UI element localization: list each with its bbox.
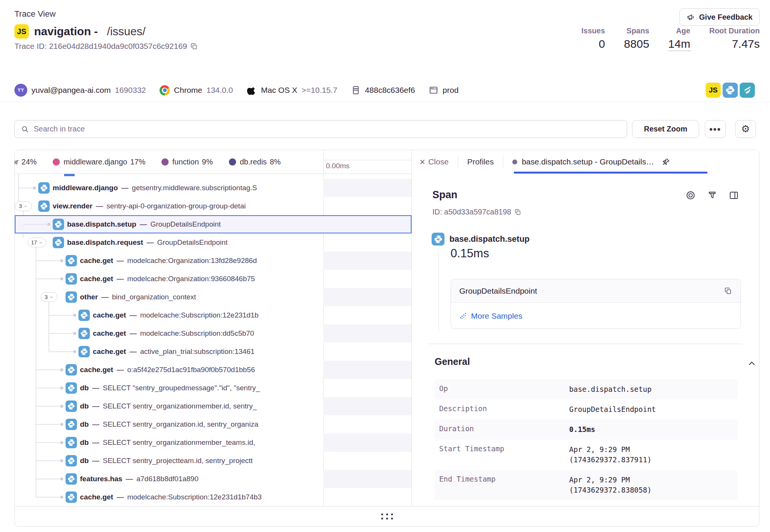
span-waterfall-cell[interactable] <box>323 179 412 197</box>
span-waterfall-cell[interactable] <box>323 215 412 233</box>
span-row-text: features.has—a7d618b8df01a890 <box>80 470 199 488</box>
collapse-section-icon[interactable] <box>747 358 757 368</box>
span-row[interactable]: middleware.django—getsentry.middleware.s… <box>15 179 412 197</box>
give-feedback-button[interactable]: Give Feedback <box>679 8 760 26</box>
endpoint-samples-box: GroupDetailsEndpoint More Samples <box>451 279 741 329</box>
span-description: sentry-api-0-organization-group-group-de… <box>106 202 246 210</box>
legend-dot <box>53 158 60 166</box>
tree-connector <box>36 442 63 443</box>
span-waterfall-cell[interactable] <box>323 197 412 215</box>
span-row[interactable]: db—SELECT sentry_organizationmember_team… <box>15 433 412 452</box>
more-samples-link[interactable]: More Samples <box>459 311 522 321</box>
endpoint-title: GroupDetailsEndpoint <box>459 286 537 296</box>
span-waterfall-cell[interactable] <box>323 343 412 361</box>
span-waterfall-cell[interactable] <box>323 415 412 433</box>
span-row[interactable]: cache.get—modelcache:Organization:936608… <box>15 270 412 288</box>
copy-icon[interactable] <box>190 42 198 50</box>
span-waterfall-cell[interactable] <box>323 233 412 252</box>
pin-tab-icon[interactable] <box>661 157 670 167</box>
span-waterfall-cell[interactable] <box>323 470 412 488</box>
span-id-text: ID: a50d33a597ca8198 <box>432 208 511 216</box>
span-row[interactable]: cache.get—modelcache:Organization:13fd28… <box>15 252 412 270</box>
reset-zoom-button[interactable]: Reset Zoom <box>632 120 699 138</box>
legend-label: or <box>15 158 19 166</box>
trace-stat: Root Duration 7.47s <box>709 27 760 51</box>
span-row[interactable]: db—SELECT sentry_organizationmember.id, … <box>15 397 412 415</box>
span-waterfall-cell[interactable] <box>323 288 412 306</box>
tree-connector-dot <box>73 332 76 335</box>
span-row[interactable]: cache.get—o:a5f42e275d1ac91fba90f0b570d1… <box>15 361 412 379</box>
span-row-tree: cache.get—modelcache:Subscription:12e231… <box>15 306 323 324</box>
span-row[interactable]: db—SELECT sentry_organization.id, sentry… <box>15 415 412 433</box>
span-detail-panel: × Close Profiles base.dispatch.setup - G… <box>412 150 759 507</box>
span-row[interactable]: cache.get—modelcache:Subscription:12e231… <box>15 488 412 506</box>
span-row[interactable]: 3 view.render—sentry-api-0-organization-… <box>15 197 412 215</box>
legend-item[interactable]: or 24% <box>15 158 37 166</box>
chevron-up-icon <box>23 204 28 208</box>
span-row[interactable]: db—SELECT "sentry_groupedmessage"."id", … <box>15 379 412 397</box>
span-row[interactable]: base.dispatch.setup—GroupDetailsEndpoint <box>15 215 412 233</box>
trace-search[interactable] <box>14 120 627 138</box>
tab-active-span[interactable]: base.dispatch.setup - GroupDetails… <box>512 157 654 166</box>
legend-item[interactable]: middleware.django 17% <box>53 158 146 166</box>
environment-chip: prod <box>429 85 459 95</box>
span-waterfall-cell[interactable] <box>323 433 412 452</box>
copy-icon[interactable] <box>514 208 521 216</box>
span-row-text: middleware.django—getsentry.middleware.s… <box>53 179 257 197</box>
span-waterfall-cell[interactable] <box>323 361 412 379</box>
span-waterfall-cell[interactable] <box>323 452 412 470</box>
span-waterfall-cell[interactable] <box>323 324 412 343</box>
close-button[interactable]: Close <box>428 157 449 166</box>
span-separator: — <box>121 184 128 192</box>
span-row-text: cache.get—modelcache:Subscription:12e231… <box>93 306 258 324</box>
span-row[interactable]: db—SELECT sentry_projectteam.id, sentry_… <box>15 452 412 470</box>
ops-legend: or 24% middleware.django 17% function 9%… <box>15 150 323 174</box>
span-row[interactable]: features.has—a7d618b8df01a890 <box>15 470 412 488</box>
page-eyebrow: Trace View <box>14 9 56 19</box>
platform-badges: JS <box>706 83 755 98</box>
span-waterfall-cell[interactable] <box>323 379 412 397</box>
stat-value[interactable]: 8805 <box>624 38 649 50</box>
span-waterfall-cell[interactable] <box>323 252 412 270</box>
span-separator: — <box>117 366 124 374</box>
expand-children-pill[interactable]: 17 <box>28 238 46 247</box>
panel-layout-icon[interactable] <box>729 190 739 200</box>
copy-icon[interactable] <box>724 287 732 295</box>
span-row[interactable]: 17 base.dispatch.request—GroupDetailsEnd… <box>15 233 412 252</box>
stat-value[interactable]: 14m <box>668 38 690 51</box>
tree-connector <box>36 497 63 498</box>
settings-button[interactable]: ⚙ <box>735 120 756 138</box>
span-waterfall-cell[interactable] <box>323 306 412 324</box>
more-options-button[interactable]: ••• <box>705 120 726 138</box>
general-row-value: GroupDetailsEndpoint <box>569 399 737 419</box>
span-row[interactable]: cache.get—active_plan_trial:subscription… <box>15 343 412 361</box>
python-span-icon <box>53 237 64 248</box>
legend-item[interactable]: db.redis 8% <box>229 158 281 166</box>
drag-handle[interactable] <box>381 513 393 519</box>
focus-span-icon[interactable] <box>685 190 696 200</box>
span-waterfall-cell[interactable] <box>323 397 412 415</box>
expand-children-pill[interactable]: 3 <box>41 292 58 302</box>
span-row[interactable]: cache.get—modelcache:Subscription:dd5c5b… <box>15 324 412 343</box>
tree-connector <box>36 406 63 407</box>
python-span-icon <box>66 455 77 466</box>
profile-funnel-icon[interactable] <box>707 190 717 200</box>
span-row[interactable]: cache.get—modelcache:Subscription:12e231… <box>15 306 412 324</box>
span-waterfall-cell[interactable] <box>323 488 412 506</box>
tree-connector-dot <box>60 477 63 480</box>
expand-children-pill[interactable]: 3 <box>15 201 32 211</box>
span-row-tree: cache.get—modelcache:Organization:13fd28… <box>15 252 323 270</box>
tree-connector <box>49 351 75 352</box>
samples-dots-icon <box>459 312 468 320</box>
legend-item[interactable]: function 9% <box>161 158 213 166</box>
span-row[interactable]: 3 other—bind_organization_context <box>15 288 412 306</box>
search-input[interactable] <box>34 125 621 133</box>
general-section-heading: General <box>435 356 470 367</box>
stat-value[interactable]: 7.47s <box>732 38 760 50</box>
chevron-up-icon <box>39 241 43 245</box>
span-waterfall-cell[interactable] <box>323 270 412 288</box>
close-icon[interactable]: × <box>419 157 425 167</box>
tab-profiles[interactable]: Profiles <box>467 157 494 166</box>
stat-value[interactable]: 0 <box>599 38 605 50</box>
span-op: db <box>80 457 89 465</box>
